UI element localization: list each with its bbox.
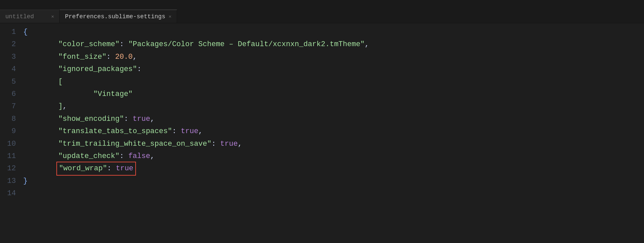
tab-untitled-label: untitled: [5, 13, 34, 20]
code-line-1: {: [23, 26, 644, 38]
val-show-encoding: true: [133, 113, 150, 125]
val-font-size: 20.0: [115, 51, 133, 63]
tab-untitled-close[interactable]: ✕: [51, 14, 54, 19]
editor: 1 2 3 4 5 6 7 8 9 10 11 12 13 14 { "colo…: [0, 23, 644, 243]
key-ignored-packages: "ignored_packages": [58, 63, 137, 75]
key-show-encoding: "show_encoding": [58, 113, 124, 125]
close-bracket: ]: [58, 100, 63, 113]
val-vintage: "Vintage": [93, 88, 133, 100]
line-num-2: 2: [0, 38, 16, 50]
line-num-13: 13: [0, 175, 16, 187]
val-translate-tabs: true: [181, 125, 198, 137]
line-num-3: 3: [0, 51, 16, 63]
code-line-12: "word_wrap" : true: [23, 162, 644, 175]
code-line-5: [: [23, 76, 644, 88]
key-trim-trailing: "trim_trailing_white_space_on_save": [58, 138, 212, 150]
line-num-10: 10: [0, 138, 16, 150]
line-num-8: 8: [0, 113, 16, 125]
key-translate-tabs: "translate_tabs_to_spaces": [58, 125, 172, 137]
key-font-size: "font_size": [58, 51, 106, 63]
code-line-2: "color_scheme" : "Packages/Color Scheme …: [23, 38, 644, 50]
line-num-5: 5: [0, 76, 16, 88]
line-num-11: 11: [0, 150, 16, 162]
val-word-wrap: true: [116, 162, 133, 175]
key-word-wrap: "word_wrap": [59, 162, 107, 175]
tab-bar: untitled ✕ Preferences.sublime-settings …: [0, 0, 644, 23]
code-line-4: "ignored_packages" :: [23, 63, 644, 75]
code-line-13: }: [23, 175, 644, 187]
line-num-9: 9: [0, 125, 16, 137]
val-update-check: false: [128, 150, 150, 162]
line-num-14: 14: [0, 187, 16, 200]
code-line-8: "show_encoding" : true ,: [23, 113, 644, 125]
code-line-9: "translate_tabs_to_spaces" : true ,: [23, 125, 644, 137]
code-line-11: "update_check" : false ,: [23, 150, 644, 162]
tab-preferences[interactable]: Preferences.sublime-settings ✕: [60, 10, 177, 23]
val-color-scheme: "Packages/Color Scheme – Default/xcxnxn_…: [128, 38, 365, 50]
val-trim-trailing: true: [220, 138, 238, 150]
line-num-12: 12: [0, 162, 16, 175]
key-update-check: "update_check": [58, 150, 120, 162]
code-line-7: ] ,: [23, 100, 644, 113]
line-num-1: 1: [0, 26, 16, 38]
tab-preferences-close[interactable]: ✕: [168, 14, 171, 19]
code-line-10: "trim_trailing_white_space_on_save" : tr…: [23, 138, 644, 150]
code-line-6: "Vintage": [23, 88, 644, 100]
code-line-3: "font_size" : 20.0 ,: [23, 51, 644, 63]
close-brace: }: [23, 175, 28, 187]
tab-preferences-label: Preferences.sublime-settings: [65, 13, 165, 20]
open-brace: {: [23, 26, 28, 38]
line-num-7: 7: [0, 100, 16, 113]
code-line-14: [23, 187, 644, 200]
tab-untitled[interactable]: untitled ✕: [0, 10, 60, 23]
open-bracket: [: [58, 76, 63, 88]
key-color-scheme: "color_scheme": [58, 38, 120, 50]
line-num-6: 6: [0, 88, 16, 100]
word-wrap-highlight: "word_wrap" : true: [56, 162, 136, 175]
code-content[interactable]: { "color_scheme" : "Packages/Color Schem…: [20, 23, 644, 243]
line-num-4: 4: [0, 63, 16, 75]
line-numbers: 1 2 3 4 5 6 7 8 9 10 11 12 13 14: [0, 23, 20, 243]
